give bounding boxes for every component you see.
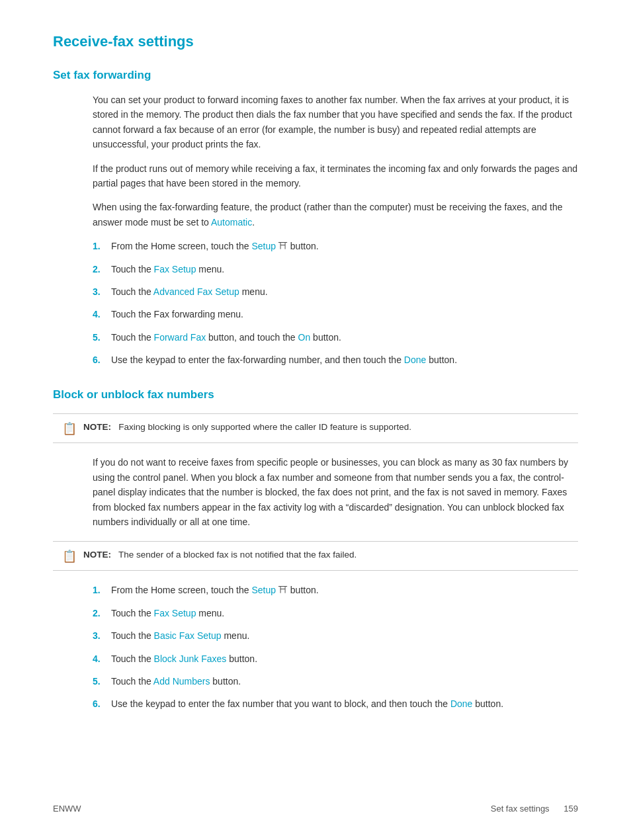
section1-title: Set fax forwarding — [53, 69, 578, 82]
note1-label: NOTE: — [83, 422, 111, 432]
section-set-fax-forwarding: Set fax forwarding You can set your prod… — [53, 69, 578, 367]
section1-para1: You can set your product to forward inco… — [93, 93, 578, 152]
section1-para3-end: . — [252, 217, 255, 228]
fax-setup-link-1[interactable]: Fax Setup — [154, 264, 196, 274]
section2-step6: 6. Use the keypad to enter the fax numbe… — [93, 696, 578, 711]
step-text: Use the keypad to enter the fax-forwardi… — [111, 353, 578, 367]
add-numbers-link[interactable]: Add Numbers — [153, 676, 210, 687]
note-icon-1: 📋 — [62, 421, 78, 436]
automatic-link[interactable]: Automatic — [211, 217, 252, 228]
footer-left: ENWW — [53, 804, 81, 814]
step-text: Touch the Fax Setup menu. — [111, 606, 578, 620]
section2-step1: 1. From the Home screen, touch the Setup… — [93, 583, 578, 597]
page-title: Receive-fax settings — [53, 33, 578, 50]
section2-step4: 4. Touch the Block Junk Faxes button. — [93, 651, 578, 666]
note-box-1: 📋 NOTE: Faxing blocking is only supporte… — [53, 413, 578, 443]
step-text: From the Home screen, touch the Setup ⛩ … — [111, 239, 578, 253]
section1-para2: If the product runs out of memory while … — [93, 161, 578, 191]
section1-step6: 6. Use the keypad to enter the fax-forwa… — [93, 353, 578, 367]
note1-text: NOTE: Faxing blocking is only supported … — [83, 421, 411, 434]
step-num: 5. — [93, 674, 111, 689]
setup-link-2[interactable]: Setup — [251, 585, 276, 595]
step-num: 6. — [93, 353, 111, 367]
section1-step2: 2. Touch the Fax Setup menu. — [93, 262, 578, 276]
step-text: Touch the Advanced Fax Setup menu. — [111, 284, 578, 299]
step-num: 1. — [93, 583, 111, 597]
footer-right: Set fax settings 159 — [491, 804, 578, 814]
step-text: Touch the Fax Setup menu. — [111, 262, 578, 276]
section2-step3: 3. Touch the Basic Fax Setup menu. — [93, 628, 578, 643]
step-num: 2. — [93, 262, 111, 276]
section-block-unblock: Block or unblock fax numbers 📋 NOTE: Fax… — [53, 388, 578, 711]
block-junk-faxes-link[interactable]: Block Junk Faxes — [154, 653, 227, 664]
step-num: 4. — [93, 651, 111, 666]
done-link-2[interactable]: Done — [450, 698, 472, 709]
section1-step1: 1. From the Home screen, touch the Setup… — [93, 239, 578, 253]
footer-right-label: Set fax settings — [491, 804, 550, 814]
step-text: Touch the Add Numbers button. — [111, 674, 578, 689]
footer-page-number: 159 — [564, 804, 578, 814]
step-num: 3. — [93, 628, 111, 643]
step-num: 6. — [93, 696, 111, 711]
advanced-fax-setup-link[interactable]: Advanced Fax Setup — [153, 286, 239, 297]
note-icon-2: 📋 — [62, 549, 78, 564]
section2-steps: 1. From the Home screen, touch the Setup… — [93, 583, 578, 711]
step-num: 3. — [93, 284, 111, 299]
note2-content: The sender of a blocked fax is not notif… — [118, 550, 357, 560]
section1-steps: 1. From the Home screen, touch the Setup… — [93, 239, 578, 367]
setup-link-1[interactable]: Setup — [251, 241, 276, 251]
forward-fax-link[interactable]: Forward Fax — [154, 332, 206, 343]
section1-para3: When using the fax-forwarding feature, t… — [93, 200, 578, 230]
step-text: Use the keypad to enter the fax number t… — [111, 696, 578, 711]
on-link[interactable]: On — [298, 332, 311, 343]
section2-step2: 2. Touch the Fax Setup menu. — [93, 606, 578, 620]
page-footer: ENWW Set fax settings 159 — [53, 804, 578, 814]
note2-text: NOTE: The sender of a blocked fax is not… — [83, 548, 357, 562]
section1-step4: 4. Touch the Fax forwarding menu. — [93, 307, 578, 321]
fax-setup-link-2[interactable]: Fax Setup — [154, 608, 196, 618]
section1-step5: 5. Touch the Forward Fax button, and tou… — [93, 330, 578, 345]
section1-step3: 3. Touch the Advanced Fax Setup menu. — [93, 284, 578, 299]
step-text: Touch the Fax forwarding menu. — [111, 307, 578, 321]
section2-step5: 5. Touch the Add Numbers button. — [93, 674, 578, 689]
step-text: From the Home screen, touch the Setup ⛩ … — [111, 583, 578, 597]
step-num: 2. — [93, 606, 111, 620]
step-text: Touch the Forward Fax button, and touch … — [111, 330, 578, 345]
note-box-2: 📋 NOTE: The sender of a blocked fax is n… — [53, 541, 578, 571]
step-num: 1. — [93, 239, 111, 253]
section2-paragraph: If you do not want to receive faxes from… — [93, 455, 578, 529]
step-text: Touch the Block Junk Faxes button. — [111, 651, 578, 666]
section1-para3-text: When using the fax-forwarding feature, t… — [93, 202, 563, 227]
step-text: Touch the Basic Fax Setup menu. — [111, 628, 578, 643]
step-num: 4. — [93, 307, 111, 321]
basic-fax-setup-link[interactable]: Basic Fax Setup — [154, 630, 222, 641]
note1-content: Faxing blocking is only supported where … — [118, 422, 411, 432]
done-link-1[interactable]: Done — [404, 355, 426, 365]
step-num: 5. — [93, 330, 111, 345]
section2-title: Block or unblock fax numbers — [53, 388, 578, 401]
note2-label: NOTE: — [83, 550, 111, 560]
